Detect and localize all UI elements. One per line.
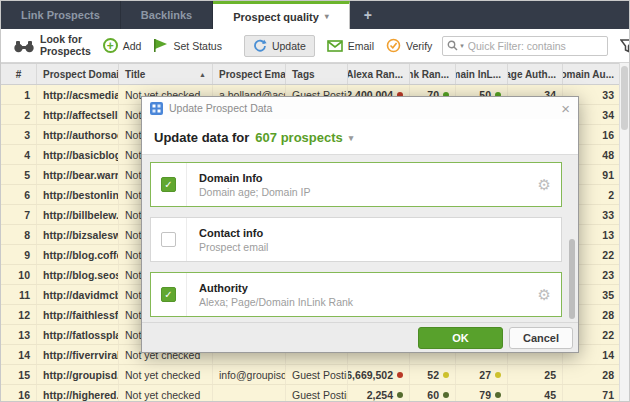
dark-status-dot-icon xyxy=(495,392,501,398)
tab-label: Prospect quality xyxy=(233,11,319,23)
cell-domain: http://fiverrviral.c... xyxy=(37,345,119,364)
cell-num: 15 xyxy=(1,365,37,384)
set-status-label: Set Status xyxy=(173,40,221,52)
col-header-email[interactable]: Prospect Email xyxy=(213,64,286,84)
update-option-card[interactable]: ✓Domain InfoDomain age; Domain IP⚙ xyxy=(150,162,562,207)
cell-title: Not yet checked xyxy=(119,365,213,384)
col-header-page-authority[interactable]: Page Auth... xyxy=(508,64,563,84)
checkbox-column: ✓ xyxy=(151,163,187,206)
app-icon xyxy=(150,102,163,115)
ok-button[interactable]: OK xyxy=(418,327,503,349)
prospect-count[interactable]: 607 prospects xyxy=(255,130,342,145)
checkbox-checked[interactable]: ✓ xyxy=(161,287,176,302)
cell-num: 2 xyxy=(1,105,37,124)
search-icon xyxy=(447,40,458,51)
email-button[interactable]: Email xyxy=(327,40,374,52)
table-row[interactable]: 15http://groupisd.c...Not yet checkedinf… xyxy=(1,365,621,385)
col-header-inlink[interactable]: InLink Ran... xyxy=(410,64,456,84)
option-subtitle: Domain age; Domain IP xyxy=(199,186,538,198)
close-icon[interactable]: × xyxy=(561,101,570,116)
tab-backlinks[interactable]: Backlinks xyxy=(121,1,213,29)
cell-domain: http://blog.seost... xyxy=(37,265,119,284)
update-options-list: ✓Domain InfoDomain age; Domain IP⚙✓Conta… xyxy=(142,154,578,322)
checkbox-column: ✓ xyxy=(151,273,187,316)
update-label: Update xyxy=(272,40,306,52)
option-subtitle: Alexa; Page/Domain InLink Rank xyxy=(199,296,538,308)
toolbar: Look for Prospects + Add Set Status Upda… xyxy=(1,29,629,63)
cell-inlink: 60 xyxy=(410,385,456,402)
cell-num: 4 xyxy=(1,145,37,164)
quick-filter-search[interactable]: ▾ xyxy=(442,36,608,56)
tab-link-prospects[interactable]: Link Prospects xyxy=(1,1,121,29)
table-scrollbar-thumb[interactable] xyxy=(621,66,628,130)
cell-domain: http://bestonline... xyxy=(37,185,119,204)
cell-alexa: 6,669,502 xyxy=(348,365,410,384)
quick-filter-input[interactable] xyxy=(468,40,603,52)
add-button[interactable]: + Add xyxy=(103,38,142,53)
refresh-icon xyxy=(253,39,267,53)
yellow-status-dot-icon xyxy=(495,372,501,378)
cell-domain: http://faithlessfe... xyxy=(37,305,119,324)
filter-funnel-icon[interactable] xyxy=(620,39,630,53)
table-row[interactable]: 16http://highered....Not yet checkedGues… xyxy=(1,385,621,402)
gear-icon[interactable]: ⚙ xyxy=(538,163,561,206)
col-header-tags[interactable]: Tags xyxy=(286,64,348,84)
cell-num: 1 xyxy=(1,85,37,104)
set-status-button[interactable]: Set Status xyxy=(153,39,221,52)
checkbox-unchecked[interactable]: ✓ xyxy=(161,232,176,247)
col-header-domain[interactable]: Prospect Domain xyxy=(37,64,119,84)
add-label: Add xyxy=(123,40,142,52)
red-status-dot-icon xyxy=(397,372,403,378)
cell-num: 9 xyxy=(1,245,37,264)
binoculars-icon xyxy=(13,39,35,53)
cancel-button[interactable]: Cancel xyxy=(509,327,573,349)
col-header-alexa[interactable]: Alexa Ran... xyxy=(348,64,410,84)
cell-pa: 25 xyxy=(508,365,563,384)
tab-label: Backlinks xyxy=(141,9,192,21)
col-header-domain-authority[interactable]: Domain Au... xyxy=(563,64,621,84)
plus-circle-icon: + xyxy=(103,38,118,53)
search-options-caret-icon[interactable]: ▾ xyxy=(460,42,464,50)
cell-domain: http://bizsalesw... xyxy=(37,225,119,244)
envelope-icon xyxy=(327,40,343,52)
toolbar-right-icons xyxy=(620,39,630,53)
new-tab-button[interactable]: + xyxy=(350,1,386,29)
dark-status-dot-icon xyxy=(443,392,449,398)
dialog-titlebar[interactable]: Update Prospect Data × xyxy=(142,97,578,119)
cell-domain: http://bear.warri... xyxy=(37,165,119,184)
flag-icon xyxy=(153,39,168,52)
cell-num: 12 xyxy=(1,305,37,324)
heading-prefix: Update data for xyxy=(154,130,249,145)
table-scrollbar[interactable] xyxy=(619,63,629,402)
tab-prospect-quality[interactable]: Prospect quality ▾ xyxy=(213,1,350,29)
dialog-footer: OK Cancel xyxy=(142,322,578,352)
update-option-card[interactable]: ✓AuthorityAlexa; Page/Domain InLink Rank… xyxy=(150,272,562,317)
col-header-domain-inlink[interactable]: Domain InL... xyxy=(456,64,508,84)
cell-inlink: 52 xyxy=(410,365,456,384)
verify-button[interactable]: Verify xyxy=(386,38,432,53)
checkbox-column: ✓ xyxy=(151,218,187,261)
cell-dinlink: 79 xyxy=(456,385,508,402)
col-header-title[interactable]: Title▲ xyxy=(119,64,213,84)
cell-tags: Guest Posting xyxy=(286,365,348,384)
option-subtitle: Prospect email xyxy=(199,241,561,253)
col-header-index[interactable]: # xyxy=(1,64,37,84)
cell-email xyxy=(213,385,286,402)
dialog-scrollbar-thumb[interactable] xyxy=(569,239,575,319)
cell-da: 28 xyxy=(563,365,621,384)
chevron-down-icon[interactable]: ▾ xyxy=(325,12,329,21)
tab-label: Link Prospects xyxy=(21,9,100,21)
checkbox-checked[interactable]: ✓ xyxy=(161,177,176,192)
dialog-title: Update Prospect Data xyxy=(169,102,561,114)
cell-domain: http://highered.... xyxy=(37,385,119,402)
count-dropdown-icon[interactable]: ▾ xyxy=(349,133,354,143)
look-for-prospects-button[interactable]: Look for Prospects xyxy=(13,34,91,56)
tab-bar: Link Prospects Backlinks Prospect qualit… xyxy=(1,1,629,29)
cell-num: 7 xyxy=(1,205,37,224)
update-option-card[interactable]: ✓Contact infoProspect email xyxy=(150,217,562,262)
cell-num: 6 xyxy=(1,185,37,204)
update-button[interactable]: Update xyxy=(244,35,315,57)
cell-domain: http://basicblogti... xyxy=(37,145,119,164)
cell-alexa: 2,254 xyxy=(348,385,410,402)
gear-icon[interactable]: ⚙ xyxy=(538,273,561,316)
